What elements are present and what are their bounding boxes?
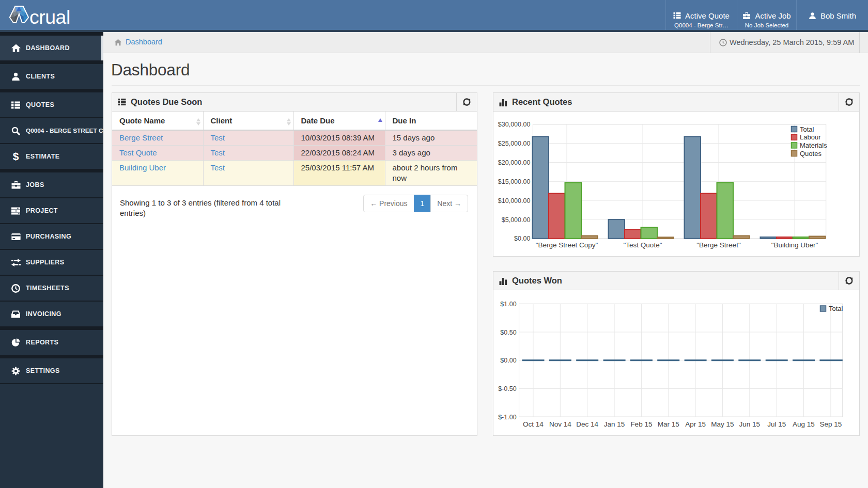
svg-text:$25,000.00: $25,000.00 [498, 140, 531, 147]
svg-text:$-1.00: $-1.00 [498, 414, 516, 421]
svg-text:$15,000.00: $15,000.00 [498, 178, 531, 185]
svg-text:$30,000.00: $30,000.00 [498, 121, 531, 128]
svg-text:Feb 15: Feb 15 [630, 420, 652, 428]
svg-text:Nov 14: Nov 14 [549, 420, 571, 428]
svg-text:"Test Quote": "Test Quote" [624, 241, 662, 249]
svg-text:Aug 15: Aug 15 [793, 420, 815, 428]
svg-text:$0.00: $0.00 [514, 235, 530, 242]
svg-text:$0.00: $0.00 [500, 357, 516, 364]
svg-text:$1.00: $1.00 [500, 301, 516, 308]
svg-text:Materials: Materials [800, 141, 827, 149]
svg-text:"Berge Street": "Berge Street" [696, 241, 741, 249]
svg-text:$5,000.00: $5,000.00 [502, 216, 531, 224]
svg-text:$10,000.00: $10,000.00 [498, 197, 531, 204]
svg-text:"Building Uber": "Building Uber" [771, 241, 818, 249]
svg-text:$0.50: $0.50 [500, 329, 516, 336]
svg-text:$-0.50: $-0.50 [498, 385, 516, 392]
svg-text:Jan 15: Jan 15 [604, 420, 625, 428]
svg-text:Dec 14: Dec 14 [576, 420, 598, 428]
svg-text:$20,000.00: $20,000.00 [498, 159, 531, 166]
svg-text:Oct 14: Oct 14 [523, 420, 544, 428]
svg-text:Sep 15: Sep 15 [820, 420, 842, 428]
svg-text:Mar 15: Mar 15 [658, 420, 679, 428]
svg-text:Jul 15: Jul 15 [767, 420, 786, 428]
svg-text:Apr 15: Apr 15 [685, 420, 706, 428]
svg-text:Total: Total [800, 125, 814, 133]
svg-text:"Berge Street Copy": "Berge Street Copy" [536, 241, 598, 249]
svg-text:May 15: May 15 [711, 420, 734, 428]
svg-text:Total: Total [829, 305, 843, 312]
svg-text:Labour: Labour [800, 133, 821, 141]
svg-text:Jun 15: Jun 15 [739, 420, 761, 428]
svg-text:Quotes: Quotes [800, 150, 822, 158]
